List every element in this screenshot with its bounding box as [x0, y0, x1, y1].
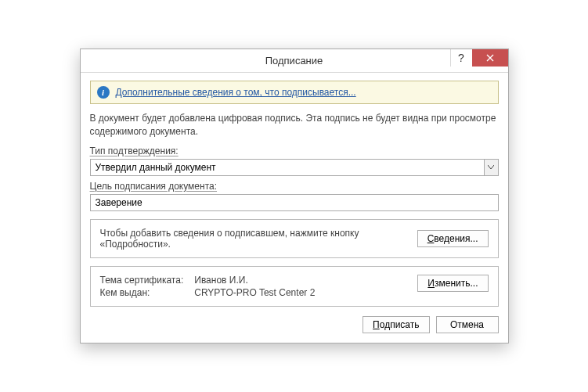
description-text: В документ будет добавлена цифровая подп… [90, 112, 499, 137]
info-link[interactable]: Дополнительные сведения о том, что подпи… [116, 87, 356, 98]
cert-issuer-value: CRYPTO-PRO Test Center 2 [194, 287, 408, 298]
cancel-button[interactable]: Отмена [436, 316, 499, 333]
details-text: Чтобы добавить сведения о подписавшем, н… [100, 228, 408, 250]
details-box: Чтобы добавить сведения о подписавшем, н… [90, 219, 499, 258]
dialog-title: Подписание [81, 55, 508, 67]
certificate-info: Тема сертификата: Иванов И.И. Кем выдан:… [100, 275, 409, 298]
details-button[interactable]: Сведения... [417, 230, 489, 247]
sign-button[interactable]: Подписать [363, 316, 429, 333]
change-cert-button[interactable]: Изменить... [417, 275, 488, 292]
info-icon: i [97, 86, 110, 99]
dialog-footer: Подписать Отмена [90, 316, 499, 333]
combo-dropdown-button[interactable] [484, 160, 498, 175]
dialog-content: i Дополнительные сведения о том, что под… [81, 73, 508, 342]
help-button[interactable]: ? [450, 49, 472, 67]
confirmation-type-input[interactable] [91, 160, 484, 175]
cert-issuer-label: Кем выдан: [100, 287, 184, 298]
cert-subject-label: Тема сертификата: [100, 275, 184, 286]
signing-dialog: Подписание ? i Дополнительные сведения о… [80, 49, 509, 343]
close-icon [486, 54, 494, 62]
close-button[interactable] [472, 49, 508, 67]
chevron-down-icon [488, 165, 494, 170]
info-bar: i Дополнительные сведения о том, что под… [90, 81, 499, 104]
certificate-buttons: Изменить... [417, 275, 488, 298]
titlebar-buttons: ? [450, 49, 508, 67]
certificate-box: Тема сертификата: Иванов И.И. Кем выдан:… [90, 266, 499, 307]
cert-subject-value: Иванов И.И. [194, 275, 408, 286]
purpose-label: Цель подписания документа: [90, 181, 499, 192]
titlebar: Подписание ? [81, 49, 508, 73]
type-label: Тип подтверждения: [90, 146, 499, 156]
confirmation-type-combo[interactable] [90, 159, 499, 176]
purpose-input[interactable] [90, 194, 499, 211]
